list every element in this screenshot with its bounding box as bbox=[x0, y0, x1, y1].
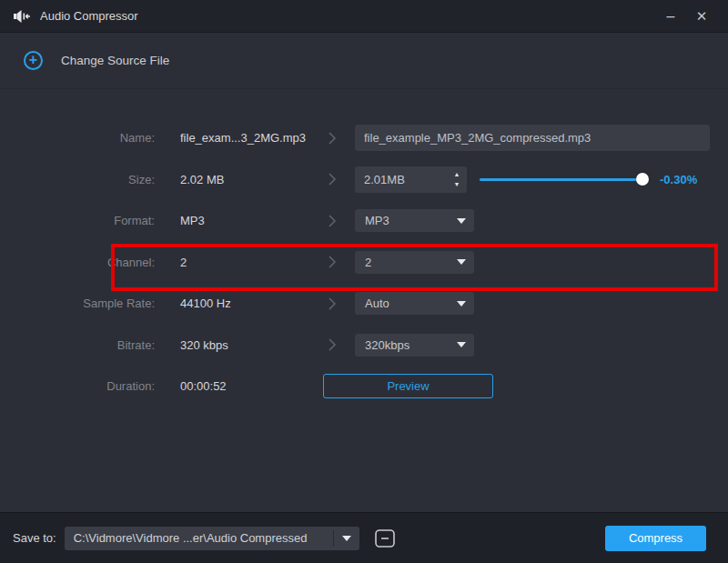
audio-compressor-window: Audio Compressor – ✕ + Change Source Fil… bbox=[0, 0, 728, 563]
minimize-button[interactable]: – bbox=[655, 3, 686, 30]
chevron-down-icon bbox=[342, 536, 351, 541]
chevron-down-icon bbox=[457, 218, 466, 224]
channel-dropdown[interactable]: 2 bbox=[355, 251, 474, 274]
size-label: Size: bbox=[0, 173, 155, 186]
sample-rate-dropdown[interactable]: Auto bbox=[355, 292, 474, 315]
browse-folder-button[interactable] bbox=[373, 528, 397, 549]
duration-row: Duration: 00:00:52 Preview bbox=[0, 366, 728, 407]
target-size-input[interactable] bbox=[355, 173, 447, 186]
size-row: Size: 2.02 MB ▲ ▼ -0.30% bbox=[0, 159, 728, 201]
audio-compressor-app-icon bbox=[13, 9, 31, 24]
format-current-value: MP3 bbox=[180, 214, 309, 227]
target-size-spinner: ▲ ▼ bbox=[355, 166, 467, 193]
output-name-input[interactable] bbox=[355, 125, 710, 151]
channel-dropdown-value: 2 bbox=[365, 256, 457, 269]
size-slider[interactable] bbox=[480, 170, 649, 188]
bitrate-current-value: 320 kbps bbox=[180, 338, 309, 352]
change-source-file-button[interactable]: + Change Source File bbox=[24, 51, 169, 70]
save-to-label: Save to: bbox=[13, 531, 56, 545]
bitrate-dropdown-value: 320kbps bbox=[365, 338, 457, 352]
sample-rate-row: Sample Rate: 44100 Hz Auto bbox=[0, 283, 728, 325]
preview-button[interactable]: Preview bbox=[323, 374, 493, 398]
chevron-right-icon bbox=[309, 131, 355, 146]
change-source-file-label: Change Source File bbox=[61, 54, 169, 67]
plus-circle-icon: + bbox=[24, 51, 43, 70]
footer-bar: Save to: Compress bbox=[0, 512, 728, 563]
size-reduction-percent: -0.30% bbox=[660, 173, 697, 186]
spin-down-icon[interactable]: ▼ bbox=[447, 179, 467, 189]
size-current-value: 2.02 MB bbox=[180, 173, 309, 186]
format-row: Format: MP3 MP3 bbox=[0, 200, 728, 242]
format-label: Format: bbox=[0, 214, 155, 227]
chevron-right-icon bbox=[309, 297, 355, 311]
sample-rate-label: Sample Rate: bbox=[0, 297, 155, 310]
form-area: Name: file_exam...3_2MG.mp3 Size: 2.02 M… bbox=[0, 89, 728, 512]
format-dropdown-value: MP3 bbox=[365, 214, 457, 227]
titlebar: Audio Compressor – ✕ bbox=[0, 0, 728, 33]
bitrate-dropdown[interactable]: 320kbps bbox=[355, 334, 474, 357]
duration-label: Duration: bbox=[0, 379, 155, 393]
channel-row: Channel: 2 2 bbox=[0, 242, 728, 284]
chevron-down-icon bbox=[457, 259, 466, 265]
channel-label: Channel: bbox=[0, 256, 155, 269]
window-title: Audio Compressor bbox=[40, 9, 138, 23]
save-path-box bbox=[65, 527, 359, 550]
bitrate-label: Bitrate: bbox=[0, 338, 155, 352]
name-row: Name: file_exam...3_2MG.mp3 bbox=[0, 117, 728, 159]
format-dropdown[interactable]: MP3 bbox=[355, 209, 474, 232]
duration-current-value: 00:00:52 bbox=[180, 379, 309, 393]
chevron-right-icon bbox=[309, 214, 355, 228]
bitrate-row: Bitrate: 320 kbps 320kbps bbox=[0, 325, 728, 367]
name-label: Name: bbox=[0, 131, 155, 145]
chevron-right-icon bbox=[309, 255, 355, 269]
slider-thumb[interactable] bbox=[636, 173, 649, 186]
chevron-right-icon bbox=[309, 172, 355, 186]
save-path-dropdown-button[interactable] bbox=[334, 527, 359, 550]
channel-current-value: 2 bbox=[180, 256, 309, 269]
slider-fill bbox=[480, 178, 642, 181]
header-strip: + Change Source File bbox=[0, 33, 728, 89]
save-path-input[interactable] bbox=[65, 531, 333, 545]
close-button[interactable]: ✕ bbox=[686, 3, 717, 30]
chevron-down-icon bbox=[457, 342, 466, 347]
sample-rate-current-value: 44100 Hz bbox=[180, 297, 309, 310]
compress-button[interactable]: Compress bbox=[605, 526, 706, 551]
spinner-buttons: ▲ ▼ bbox=[447, 166, 467, 193]
chevron-right-icon bbox=[309, 337, 355, 352]
name-current-value: file_exam...3_2MG.mp3 bbox=[180, 131, 309, 145]
spin-up-icon[interactable]: ▲ bbox=[447, 169, 467, 179]
sample-rate-dropdown-value: Auto bbox=[365, 297, 457, 310]
chevron-down-icon bbox=[457, 301, 466, 307]
